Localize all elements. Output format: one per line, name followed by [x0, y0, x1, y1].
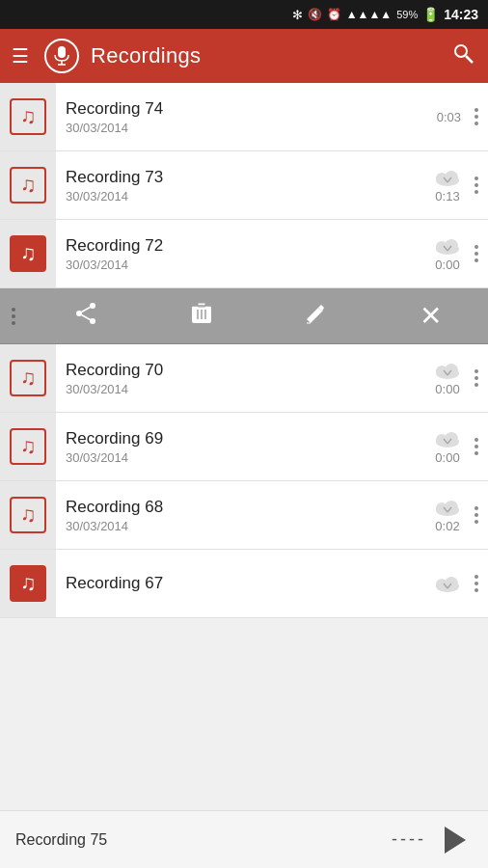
hamburger-button[interactable]: ☰	[8, 41, 33, 71]
svg-point-3	[455, 45, 467, 57]
recording-info: Recording 70 30/03/2014	[56, 353, 434, 404]
alarm-icon: ⏰	[327, 8, 341, 21]
recording-name: Recording 72	[66, 236, 424, 256]
cloud-icon	[434, 429, 461, 448]
more-button[interactable]	[465, 362, 488, 394]
more-button[interactable]	[465, 169, 488, 202]
recording-date: 30/03/2014	[66, 189, 424, 203]
music-note-icon: ♫	[10, 565, 46, 602]
search-button[interactable]	[446, 36, 480, 76]
app-bar: ☰ Recordings	[0, 29, 488, 83]
close-button[interactable]: ✕	[408, 294, 453, 338]
recording-thumbnail: ♫	[0, 151, 56, 219]
list-item[interactable]: ♫ Recording 73 30/03/2014 0:13	[0, 151, 488, 220]
recording-duration: 0:00	[435, 382, 459, 396]
recording-duration: 0:02	[435, 519, 459, 533]
battery-icon: 🔋	[422, 7, 439, 22]
status-icons: ✻ 🔇 ⏰ ▲▲▲▲ 59% 🔋 14:23	[292, 7, 478, 22]
recording-meta: 0:00	[434, 236, 465, 272]
mic-icon	[53, 45, 70, 67]
play-triangle-icon	[445, 827, 466, 854]
recording-info: Recording 74 30/03/2014	[56, 92, 437, 143]
delete-button[interactable]	[179, 295, 224, 338]
svg-line-4	[466, 56, 473, 63]
recording-name: Recording 69	[66, 429, 424, 448]
signal-icon: ▲▲▲▲	[346, 8, 393, 21]
cloud-icon	[434, 361, 461, 380]
cloud-icon	[434, 168, 461, 187]
edit-button[interactable]	[292, 296, 339, 337]
more-button[interactable]	[465, 499, 488, 531]
recording-date: 30/03/2014	[66, 519, 424, 533]
recording-meta: 0:03	[437, 110, 465, 124]
player-progress: ----	[392, 829, 426, 850]
list-item[interactable]: ♫ Recording 74 30/03/2014 0:03	[0, 83, 488, 151]
app-bar-left: ☰ Recordings	[8, 39, 201, 73]
list-item[interactable]: ♫ Recording 67	[0, 550, 488, 618]
music-note-icon: ♫	[10, 497, 46, 533]
share-button[interactable]	[62, 295, 110, 338]
recording-thumbnail: ♫	[0, 550, 56, 617]
battery-level: 59%	[396, 9, 418, 20]
recording-name: Recording 67	[66, 574, 424, 593]
recording-duration: 0:00	[435, 258, 459, 272]
recording-thumbnail: ♫	[0, 413, 56, 480]
recording-duration: 0:00	[435, 450, 459, 465]
recording-duration: 0:13	[435, 189, 459, 203]
music-note-icon: ♫	[10, 167, 46, 203]
recording-thumbnail: ♫	[0, 83, 56, 150]
recording-info: Recording 68 30/03/2014	[56, 490, 434, 541]
recording-name: Recording 74	[66, 99, 427, 119]
recording-date: 30/03/2014	[66, 121, 427, 135]
list-item[interactable]: ♫ Recording 68 30/03/2014 0:02	[0, 481, 488, 550]
svg-point-16	[76, 311, 82, 316]
more-dots-icon	[474, 108, 478, 125]
more-button[interactable]	[465, 430, 488, 463]
recording-info: Recording 73 30/03/2014	[56, 160, 434, 211]
music-note-icon: ♫	[10, 235, 46, 272]
recording-meta: 0:00	[434, 361, 465, 396]
play-button[interactable]	[438, 823, 473, 857]
list-item[interactable]: ♫ Recording 69 30/03/2014 0:00	[0, 413, 488, 481]
more-dots-icon	[474, 506, 478, 524]
bottom-player: Recording 75 ----	[0, 810, 488, 868]
recording-date: 30/03/2014	[66, 450, 424, 465]
bluetooth-icon: ✻	[292, 8, 303, 22]
more-dots-icon	[474, 438, 478, 455]
context-menu-actions: ✕	[27, 294, 488, 338]
delete-icon	[191, 301, 212, 326]
svg-rect-0	[58, 46, 66, 58]
list-item[interactable]: ♫ Recording 72 30/03/2014 0:00	[0, 220, 488, 288]
more-dots-icon	[474, 575, 478, 592]
recording-meta: 0:00	[434, 429, 465, 465]
music-note-icon: ♫	[10, 98, 46, 135]
recording-list: ♫ Recording 74 30/03/2014 0:03 ♫ Recordi…	[0, 83, 488, 618]
more-button[interactable]	[465, 100, 488, 133]
recording-meta	[434, 574, 465, 593]
svg-line-19	[81, 314, 90, 319]
app-title: Recordings	[91, 43, 201, 68]
recording-meta: 0:13	[434, 168, 465, 203]
more-dots-icon	[474, 245, 478, 262]
music-note-icon: ♫	[10, 360, 46, 396]
player-title: Recording 75	[15, 831, 107, 849]
svg-point-17	[90, 318, 95, 324]
share-icon	[73, 301, 98, 326]
more-button[interactable]	[465, 567, 488, 600]
recording-thumbnail: ♫	[0, 220, 56, 287]
recording-date: 30/03/2014	[66, 382, 424, 396]
recording-name: Recording 68	[66, 498, 424, 517]
svg-line-18	[81, 307, 90, 312]
cloud-icon	[434, 498, 461, 517]
list-item[interactable]: ♫ Recording 70 30/03/2014 0:00	[0, 344, 488, 413]
recording-thumbnail: ♫	[0, 344, 56, 412]
more-button[interactable]	[465, 237, 488, 270]
context-menu-dots	[0, 300, 27, 333]
recording-thumbnail: ♫	[0, 481, 56, 549]
mic-icon-circle	[44, 39, 79, 73]
more-dots-icon	[474, 369, 478, 387]
search-icon	[451, 41, 474, 65]
edit-icon	[304, 302, 327, 325]
svg-point-15	[90, 303, 95, 309]
recording-name: Recording 70	[66, 361, 424, 380]
